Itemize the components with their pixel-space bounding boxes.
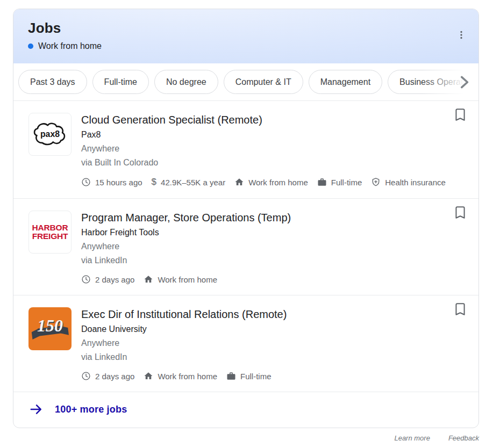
- chips-scroll-right-button[interactable]: [457, 74, 471, 90]
- dollar-icon: $: [152, 177, 156, 187]
- more-jobs-label: 100+ more jobs: [55, 404, 127, 415]
- meta-employment-type: Full-time: [317, 177, 362, 187]
- home-icon: [144, 274, 153, 284]
- job-meta-row: 15 hours ago $ 42.9K–55K a year Work fro…: [81, 177, 468, 187]
- meta-work-from-home: Work from home: [234, 177, 308, 187]
- job-company: Doane University: [81, 322, 468, 336]
- card-footer-links: Learn more Feedback: [13, 434, 479, 442]
- meta-label: Full-time: [331, 178, 362, 187]
- job-title[interactable]: Cloud Generation Specialist (Remote): [81, 113, 468, 127]
- job-details: Cloud Generation Specialist (Remote) Pax…: [81, 113, 468, 187]
- job-title[interactable]: Exec Dir of Institutional Relations (Rem…: [81, 307, 468, 322]
- chip-past-3-days[interactable]: Past 3 days: [18, 70, 87, 94]
- page-title: Jobs: [28, 20, 466, 37]
- clock-icon: [81, 274, 91, 284]
- meta-benefits: Health insurance: [371, 177, 446, 187]
- meta-employment-type: Full-time: [226, 371, 272, 381]
- feedback-link[interactable]: Feedback: [448, 434, 479, 442]
- job-location: Anywhere: [81, 142, 468, 156]
- job-source: via Built In Colorado: [81, 156, 468, 170]
- bookmark-icon: [453, 107, 467, 123]
- chip-computer-it[interactable]: Computer & IT: [224, 70, 303, 94]
- briefcase-icon: [226, 371, 236, 381]
- meta-label: Health insurance: [385, 178, 446, 187]
- arrow-right-icon: [29, 402, 43, 416]
- company-logo-harbor-freight: HARBOR FREIGHT: [28, 211, 72, 254]
- job-title[interactable]: Program Manager, Store Operations (Temp): [81, 211, 468, 225]
- meta-posted-time: 2 days ago: [81, 371, 134, 381]
- bookmark-icon: [453, 301, 467, 317]
- filter-chips-row: Past 3 days Full-time No degree Computer…: [13, 63, 478, 101]
- chip-label: Computer & IT: [235, 77, 291, 87]
- meta-label: 42.9K–55K a year: [161, 178, 225, 187]
- job-listing[interactable]: HARBOR FREIGHT Program Manager, Store Op…: [13, 199, 478, 295]
- jobs-header: Jobs Work from home: [13, 9, 478, 63]
- harbor-freight-logo-icon: HARBOR FREIGHT: [32, 223, 68, 241]
- meta-label: 2 days ago: [95, 275, 134, 284]
- job-meta-row: 2 days ago Work from home: [81, 274, 468, 284]
- meta-label: Work from home: [158, 372, 217, 381]
- more-jobs-link[interactable]: 100+ more jobs: [13, 392, 478, 428]
- pax8-cloud-logo-icon: pax8: [31, 120, 69, 149]
- chevron-right-icon: [457, 74, 471, 90]
- job-meta-row: 2 days ago Work from home Full-time: [81, 371, 468, 381]
- jobs-card: Jobs Work from home Past 3 days Full-tim…: [13, 9, 479, 428]
- job-details: Exec Dir of Institutional Relations (Rem…: [81, 307, 468, 381]
- job-company: Harbor Freight Tools: [81, 226, 468, 240]
- meta-label: Work from home: [248, 178, 308, 187]
- active-filter-label: Work from home: [38, 41, 102, 51]
- meta-label: Full-time: [240, 372, 272, 381]
- meta-posted-time: 2 days ago: [81, 274, 134, 284]
- job-company: Pax8: [81, 128, 468, 142]
- chip-label: No degree: [166, 77, 206, 87]
- job-source: via LinkedIn: [81, 350, 468, 364]
- meta-label: Work from home: [158, 275, 217, 284]
- save-job-button[interactable]: [453, 205, 467, 221]
- company-logo-pax8: pax8: [28, 113, 72, 156]
- meta-work-from-home: Work from home: [144, 371, 217, 381]
- meta-label: 2 days ago: [95, 372, 134, 381]
- meta-posted-time: 15 hours ago: [81, 177, 142, 187]
- save-job-button[interactable]: [453, 301, 467, 317]
- shield-plus-icon: [371, 177, 381, 187]
- job-location: Anywhere: [81, 336, 468, 350]
- svg-text:pax8: pax8: [40, 129, 60, 139]
- job-source: via LinkedIn: [81, 254, 468, 268]
- chip-management[interactable]: Management: [309, 70, 382, 94]
- meta-salary: $ 42.9K–55K a year: [152, 177, 226, 187]
- active-filter: Work from home: [28, 41, 466, 51]
- doane-150-logo-text: 150: [28, 316, 72, 336]
- kebab-menu-icon: [456, 30, 467, 40]
- more-options-button[interactable]: [456, 30, 467, 40]
- job-details: Program Manager, Store Operations (Temp)…: [81, 211, 468, 284]
- blue-dot-icon: [28, 44, 33, 49]
- learn-more-link[interactable]: Learn more: [394, 434, 430, 442]
- home-icon: [144, 371, 153, 381]
- chip-label: Past 3 days: [30, 77, 75, 87]
- clock-icon: [81, 371, 91, 381]
- home-icon: [234, 177, 244, 187]
- meta-work-from-home: Work from home: [144, 274, 217, 284]
- chip-no-degree[interactable]: No degree: [154, 70, 218, 94]
- chip-label: Management: [320, 77, 370, 87]
- chip-full-time[interactable]: Full-time: [92, 70, 149, 94]
- meta-label: 15 hours ago: [95, 178, 142, 187]
- bookmark-icon: [453, 205, 467, 221]
- chip-label: Full-time: [104, 77, 137, 87]
- job-location: Anywhere: [81, 240, 468, 254]
- briefcase-icon: [317, 177, 327, 187]
- save-job-button[interactable]: [453, 107, 467, 123]
- clock-icon: [81, 177, 91, 187]
- company-logo-doane: 150: [28, 307, 72, 350]
- job-listing[interactable]: 150 Exec Dir of Institutional Relations …: [13, 295, 478, 392]
- job-listing[interactable]: pax8 Cloud Generation Specialist (Remote…: [13, 101, 478, 199]
